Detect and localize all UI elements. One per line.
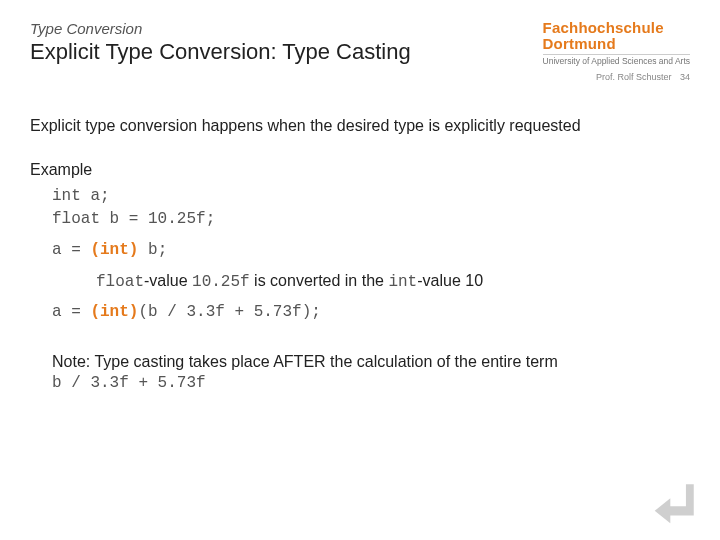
institution-logo: Fachhochschule Dortmund University of Ap… — [543, 20, 690, 65]
example-label: Example — [30, 159, 690, 181]
slide: Type Conversion Explicit Type Conversion… — [0, 0, 720, 540]
logo-subtitle: University of Applied Sciences and Arts — [543, 54, 690, 66]
logo-line2: Dortmund — [543, 36, 690, 52]
page-number: 34 — [680, 72, 690, 82]
slide-meta: Prof. Rolf Schuster 34 — [596, 72, 690, 82]
code-text: (b / 3.3f + 5.73f); — [138, 303, 320, 321]
code-explanation: float-value 10.25f is converted in the i… — [52, 271, 690, 293]
code-line-4: a = (int)(b / 3.3f + 5.73f); — [52, 302, 690, 323]
logo-line1: Fachhochschule — [543, 20, 690, 36]
code-text: b; — [138, 241, 167, 259]
explain-text: -value 10 — [417, 272, 483, 289]
code-line-2: float b = 10.25f; — [52, 209, 690, 230]
code-line-3: a = (int) b; — [52, 240, 690, 261]
explain-mono: 10.25f — [192, 273, 250, 291]
code-text: a = — [52, 241, 90, 259]
explain-mono: int — [388, 273, 417, 291]
explain-text: is converted in the — [250, 272, 389, 289]
note-term: b / 3.3f + 5.73f — [30, 373, 690, 395]
header: Type Conversion Explicit Type Conversion… — [30, 20, 690, 90]
code-line-1: int a; — [52, 186, 690, 207]
note-text: Note: Type casting takes place AFTER the… — [30, 351, 690, 373]
cast-keyword: (int) — [90, 241, 138, 259]
cast-keyword: (int) — [90, 303, 138, 321]
explain-mono: float — [96, 273, 144, 291]
return-icon[interactable] — [650, 478, 700, 528]
code-text: a = — [52, 303, 90, 321]
code-block: int a; float b = 10.25f; a = (int) b; fl… — [30, 186, 690, 323]
explain-text: -value — [144, 272, 192, 289]
intro-paragraph: Explicit type conversion happens when th… — [30, 115, 690, 137]
author-name: Prof. Rolf Schuster — [596, 72, 672, 82]
slide-body: Explicit type conversion happens when th… — [30, 115, 690, 394]
